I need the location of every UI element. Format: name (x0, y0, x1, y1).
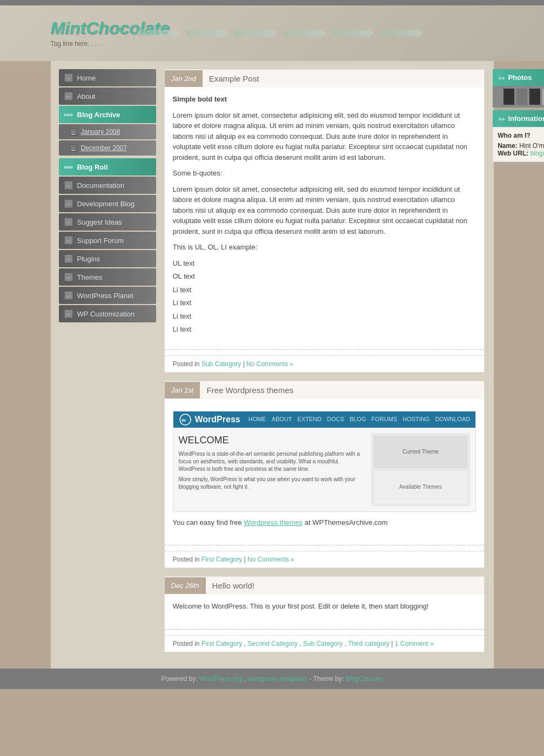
post-example: Jan 2nd Example Post Simple bold text Lo… (164, 69, 485, 373)
sidebar-item-dev-blog[interactable]: – Development Blog (59, 195, 156, 212)
arrow-decoration-6 (380, 28, 424, 39)
category-link-3b[interactable]: Second Category (247, 640, 298, 647)
post-body-3: Welcome to WordPress. This is your first… (165, 595, 485, 624)
wp-nav-items: HOME ABOUT EXTEND DOCS BLOG FORUMS HOSTI… (249, 415, 470, 424)
photos-arrow-icon: »» (498, 75, 505, 81)
post-title-2: Free Wordpress themes (200, 381, 484, 399)
wp-description-1: WordPress is a state-of-the-art semantic… (179, 450, 366, 473)
minus-icon-home: – (64, 73, 73, 82)
sidebar-item-suggest-ideas[interactable]: – Suggest Ideas (59, 213, 156, 231)
post-hello-world: Dec 26th Hello world! Welcome to WordPre… (164, 576, 485, 652)
layout: – Home – About »»» Blog Archive – Januar… (51, 61, 494, 669)
minus-icon-dec: – (70, 144, 77, 152)
minus-icon-docs: – (64, 181, 73, 190)
header-arrows (137, 28, 494, 39)
site-tagline: Tag line here. . . . (51, 40, 494, 48)
wp-nav-download: DOWNLOAD (435, 415, 470, 424)
top-bar (0, 0, 544, 5)
minus-icon-wp-custom: – (64, 309, 73, 318)
list-item-li3: Li text (173, 311, 476, 322)
minus-icon-support: – (64, 236, 73, 245)
wordpress-org-link[interactable]: WordPress.org (199, 675, 243, 683)
wp-screenshot-bar: W WordPress HOME ABOUT EXTEND DOCS BLOG … (173, 411, 476, 428)
sidebar-section-blog-archive[interactable]: »»» Blog Archive (59, 106, 156, 123)
post-intro-1: Lorem ipsum dolor sit amet, consectetur … (173, 110, 476, 163)
web-url-value[interactable]: blogcut.com (530, 150, 544, 157)
sidebar-item-jan-2008[interactable]: – January 2008 (59, 124, 156, 139)
wp-left-content: WELCOME WordPress is a state-of-the-art … (179, 433, 366, 506)
wordpress-icon: W (179, 413, 192, 426)
minus-icon-themes: – (64, 273, 73, 281)
wp-right-content: Current Theme Available Themes (371, 433, 470, 506)
wp-themes-link[interactable]: Wordpress themes (244, 518, 303, 526)
photo-thumb-3 (529, 89, 540, 105)
info-name-row: Name: Hint O'mint (498, 142, 544, 150)
wp-welcome-heading: WELCOME (179, 433, 366, 448)
wp-content-area: WELCOME WordPress is a state-of-the-art … (173, 428, 476, 511)
wp-available-themes: Available Themes (374, 471, 467, 503)
info-body: Who am I? Name: Hint O'mint Web URL: blo… (493, 127, 544, 162)
sidebar-item-wp-planet[interactable]: – WordPress Planet (59, 287, 156, 304)
main-wrapper: – Home – About »»» Blog Archive – Januar… (51, 61, 494, 669)
category-link-3c[interactable]: Sub Category (303, 640, 342, 647)
post-divider-2 (165, 545, 485, 545)
wp-templates-link[interactable]: wordpress templates (247, 675, 307, 683)
post-footer-3: Posted in First Category , Second Catego… (165, 635, 485, 652)
photo-thumb-2 (516, 89, 527, 105)
sidebar-item-home[interactable]: – Home (59, 69, 156, 86)
theme-by-label: - Theme by: (310, 675, 344, 683)
wp-description-2: More simply, WordPress is what you use w… (179, 476, 366, 491)
post-title-3: Hello world! (206, 577, 485, 595)
post-divider-3 (165, 629, 485, 630)
post-bquote-1: Lorem ipsum dolor sit amet, consectetur … (173, 184, 476, 237)
wp-themes-preview: Current Theme (374, 436, 467, 468)
sidebar-item-documentation[interactable]: – Documentation (59, 177, 156, 194)
post-body-2: W WordPress HOME ABOUT EXTEND DOCS BLOG … (165, 399, 485, 540)
svg-text:W: W (182, 418, 186, 423)
info-url-row: Web URL: blogcut.com (498, 150, 544, 157)
sidebar-item-wp-customization[interactable]: – WP Customization (59, 305, 156, 322)
minus-icon-plugins: – (64, 254, 73, 263)
category-link-3d[interactable]: Third category (348, 640, 389, 647)
category-link-2[interactable]: First Category (202, 556, 242, 563)
powered-by-label: Powered by: (162, 675, 198, 683)
posted-in-label-3: Posted in (173, 640, 200, 647)
post-text-3: Welcome to WordPress. This is your first… (173, 601, 476, 612)
category-link-1[interactable]: Sub Category (202, 360, 241, 368)
comments-link-1[interactable]: No Comments » (246, 360, 293, 368)
widget-information: »» Information Who am I? Name: Hint O'mi… (493, 110, 544, 162)
list-item-ol: OL text (173, 271, 476, 282)
arrows-icon-archive: »»» (64, 110, 73, 119)
photo-thumb-1 (503, 89, 514, 105)
comments-link-3[interactable]: 1 Comment » (395, 640, 434, 647)
minus-icon-about: – (64, 92, 73, 100)
sidebar-item-plugins[interactable]: – Plugins (59, 250, 156, 267)
arrows-icon-roll: »»» (64, 163, 73, 171)
sidebar-item-support-forum[interactable]: – Support Forum (59, 232, 156, 249)
post-header-1: Jan 2nd Example Post (165, 70, 485, 87)
header-inner: MintChocolate Tag line here. . . . (51, 14, 494, 53)
name-label: Name: (498, 142, 518, 150)
posted-in-label-1: Posted in (173, 360, 200, 368)
list-item-ul: UL text (173, 258, 476, 269)
comments-link-2[interactable]: No Comments » (247, 556, 294, 563)
minus-icon-wp-planet: – (64, 291, 73, 300)
arrow-decoration-4 (283, 28, 326, 39)
wp-nav-hosting: HOSTING (402, 415, 429, 424)
sidebar-item-themes[interactable]: – Themes (59, 268, 156, 286)
sidebar-item-about[interactable]: – About (59, 87, 156, 105)
right-sidebar: »» Photos »» Information Who (493, 69, 544, 660)
post-bquote-label: Some b-quotes: (173, 168, 476, 179)
page-footer: Powered by: WordPress.org , wordpress te… (0, 669, 544, 689)
name-value: Hint O'mint (519, 142, 544, 150)
info-arrow-icon: »» (498, 116, 505, 122)
post-date-2: Jan 1st (165, 382, 200, 399)
widget-info-header: »» Information (493, 110, 544, 127)
blogcut-link[interactable]: BlogCut.com (346, 675, 383, 683)
wp-nav-forums: FORUMS (372, 415, 398, 424)
sidebar-section-blog-roll[interactable]: »»» Blog Roll (59, 158, 156, 176)
category-link-3a[interactable]: First Category (202, 640, 242, 647)
wp-nav-blog: BLOG (350, 415, 366, 424)
sidebar-item-dec-2007[interactable]: – December 2007 (59, 140, 156, 156)
wp-nav-about: ABOUT (272, 415, 292, 424)
